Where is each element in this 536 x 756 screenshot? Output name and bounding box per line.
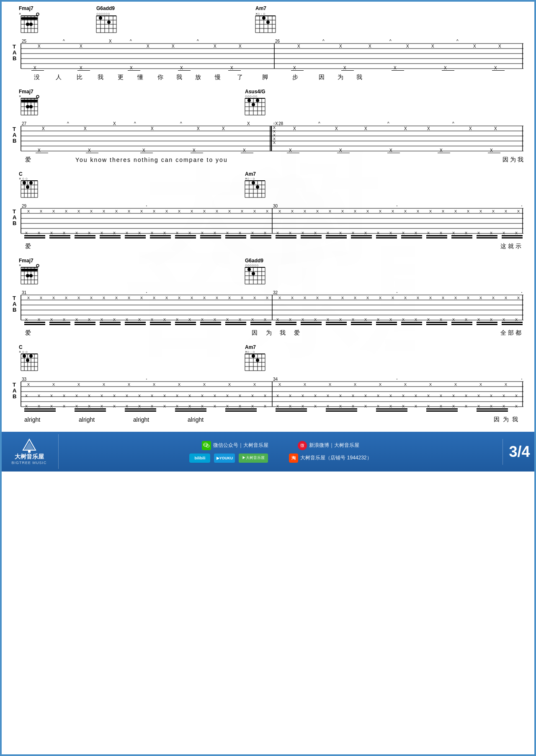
svg-text:X: X bbox=[314, 318, 317, 322]
svg-text:X: X bbox=[77, 296, 80, 300]
svg-text:X: X bbox=[163, 318, 166, 322]
svg-text:X: X bbox=[339, 318, 342, 322]
svg-rect-357 bbox=[125, 237, 146, 238]
svg-text:X: X bbox=[343, 66, 346, 70]
svg-text:X: X bbox=[214, 318, 216, 322]
svg-text:X: X bbox=[364, 231, 367, 235]
lyrics-section-1: 没 人 比 我 更 懂 你 我 放 慢 了 脚 步 因 为 我 bbox=[13, 74, 523, 81]
svg-text:X: X bbox=[188, 394, 191, 398]
svg-point-51 bbox=[266, 21, 270, 24]
svg-text:X: X bbox=[163, 404, 166, 408]
svg-text:X: X bbox=[479, 209, 482, 213]
svg-text:X: X bbox=[128, 296, 130, 300]
svg-text:X: X bbox=[251, 394, 254, 398]
svg-text:31: 31 bbox=[22, 291, 27, 295]
svg-text:X: X bbox=[77, 209, 80, 213]
svg-text:X: X bbox=[316, 209, 319, 213]
svg-text:×: × bbox=[19, 263, 21, 267]
svg-text:^: ^ bbox=[452, 122, 454, 126]
svg-rect-718 bbox=[326, 410, 357, 412]
svg-text:X: X bbox=[100, 394, 103, 398]
svg-text:X: X bbox=[339, 404, 342, 408]
svg-point-403 bbox=[29, 274, 33, 277]
svg-text:X: X bbox=[402, 404, 405, 408]
svg-rect-202 bbox=[86, 153, 98, 153]
svg-text:X: X bbox=[477, 318, 480, 322]
svg-text:X: X bbox=[128, 382, 130, 387]
svg-text:X: X bbox=[492, 209, 495, 213]
svg-text:X: X bbox=[341, 209, 344, 213]
svg-text:T: T bbox=[13, 126, 16, 132]
svg-text:X: X bbox=[402, 318, 405, 322]
svg-rect-364 bbox=[225, 235, 246, 236]
svg-text:X: X bbox=[302, 318, 304, 322]
lyric-jinyinwei-3: 我 bbox=[512, 416, 521, 423]
chord-name-fmaj7: Fmaj7 bbox=[19, 5, 34, 11]
svg-text:X: X bbox=[302, 394, 304, 398]
svg-text:B: B bbox=[13, 55, 16, 62]
svg-text:28: 28 bbox=[278, 122, 283, 126]
svg-text:X: X bbox=[151, 394, 153, 398]
svg-text:X: X bbox=[266, 209, 268, 213]
svg-rect-385 bbox=[477, 237, 497, 238]
svg-text:X: X bbox=[278, 382, 281, 387]
svg-rect-705 bbox=[24, 408, 56, 410]
svg-text:X: X bbox=[465, 404, 467, 408]
svg-text:X: X bbox=[203, 209, 206, 213]
svg-text:X: X bbox=[266, 296, 268, 300]
svg-rect-716 bbox=[276, 410, 307, 412]
svg-rect-714 bbox=[225, 410, 257, 412]
svg-text:X: X bbox=[339, 148, 342, 153]
svg-text:X: X bbox=[429, 382, 432, 387]
svg-text:X: X bbox=[444, 66, 447, 70]
svg-text:X: X bbox=[90, 296, 93, 300]
svg-text:X: X bbox=[264, 394, 266, 398]
svg-text:X: X bbox=[415, 404, 417, 408]
svg-text:X: X bbox=[84, 126, 87, 131]
svg-text:X: X bbox=[52, 296, 55, 300]
lyric-center-4: 因 为 我 爱 bbox=[252, 329, 304, 337]
svg-point-249 bbox=[252, 181, 255, 185]
svg-text:X: X bbox=[366, 296, 369, 300]
svg-text:X: X bbox=[427, 318, 430, 322]
svg-text:X: X bbox=[63, 404, 65, 408]
svg-text:X: X bbox=[339, 394, 342, 398]
svg-rect-355 bbox=[100, 237, 121, 238]
svg-text:X: X bbox=[415, 394, 417, 398]
svg-text:·: · bbox=[396, 204, 398, 209]
svg-text:B: B bbox=[13, 307, 16, 313]
svg-text:X: X bbox=[241, 296, 243, 300]
svg-text:X: X bbox=[25, 404, 28, 408]
svg-text:X: X bbox=[389, 404, 392, 408]
svg-rect-547 bbox=[401, 322, 422, 323]
svg-rect-711 bbox=[175, 408, 206, 410]
svg-text:○○○○○○: ○○○○○○ bbox=[245, 263, 259, 267]
svg-text:X: X bbox=[278, 209, 281, 213]
svg-point-50 bbox=[262, 16, 265, 20]
svg-rect-371 bbox=[301, 237, 322, 238]
svg-point-146 bbox=[247, 99, 251, 102]
svg-rect-208 bbox=[241, 153, 253, 153]
svg-rect-353 bbox=[75, 237, 95, 238]
svg-text:X: X bbox=[329, 382, 331, 387]
svg-text:A: A bbox=[13, 387, 17, 394]
svg-point-147 bbox=[252, 103, 255, 106]
svg-text:X: X bbox=[452, 318, 455, 322]
svg-text:X: X bbox=[191, 296, 193, 300]
svg-text:X: X bbox=[289, 318, 291, 322]
svg-text:X: X bbox=[452, 404, 455, 408]
svg-text:X: X bbox=[335, 126, 338, 131]
svg-text:X: X bbox=[479, 296, 482, 300]
svg-text:X: X bbox=[88, 231, 90, 235]
svg-text:X: X bbox=[339, 44, 342, 49]
svg-text:X: X bbox=[427, 231, 430, 235]
lyric-jinyinwei-2: 为 bbox=[503, 416, 512, 423]
svg-text:X: X bbox=[27, 382, 30, 387]
lyric-alright-3: alright bbox=[133, 416, 188, 423]
svg-rect-359 bbox=[150, 237, 171, 238]
svg-text:X: X bbox=[201, 404, 204, 408]
svg-rect-218 bbox=[488, 153, 500, 153]
tab-section-1: T A B 25 26 X ^ X X ^ X X ^ bbox=[13, 39, 523, 71]
svg-rect-104 bbox=[228, 70, 241, 71]
svg-text:X: X bbox=[352, 404, 354, 408]
